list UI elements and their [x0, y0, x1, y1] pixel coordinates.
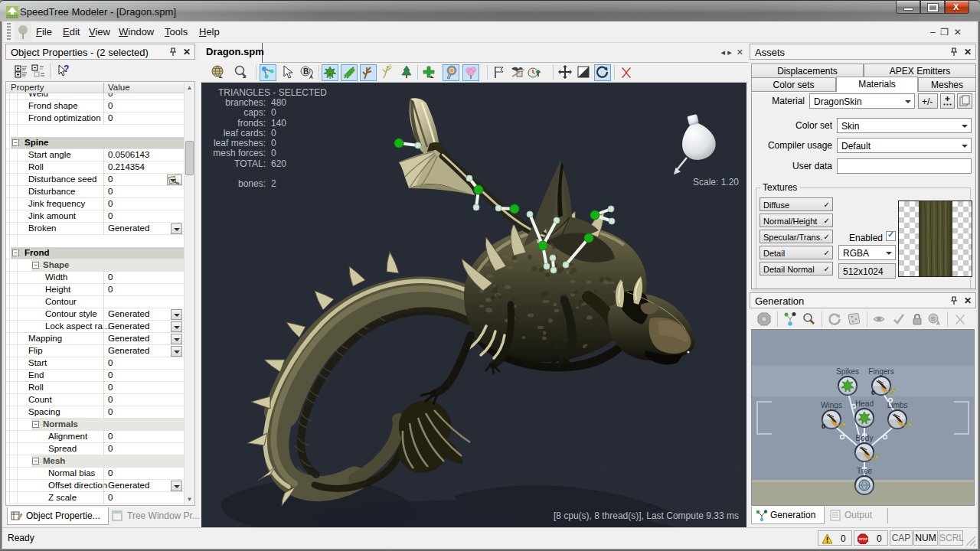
svg-text:A: A — [309, 74, 313, 80]
svg-text:bones:: bones: — [238, 178, 266, 189]
svg-text:0: 0 — [822, 422, 825, 430]
svg-text:Body: Body — [856, 434, 874, 442]
svg-text:mesh forces:: mesh forces: — [213, 148, 266, 158]
svg-text:2: 2 — [271, 178, 276, 189]
svg-text:0: 0 — [271, 128, 276, 139]
svg-text:leaf cards:: leaf cards: — [224, 128, 266, 139]
svg-text:B: B — [303, 67, 309, 76]
svg-text:branches:: branches: — [225, 97, 266, 108]
svg-text:STOP: STOP — [859, 537, 868, 541]
svg-text:TOTAL:: TOTAL: — [234, 158, 266, 169]
svg-text:0: 0 — [271, 138, 276, 148]
svg-text:Head: Head — [855, 399, 874, 408]
svg-text:0: 0 — [871, 389, 875, 396]
svg-text:B: B — [931, 315, 935, 322]
svg-text:0: 0 — [271, 107, 276, 118]
svg-text:leaf meshes:: leaf meshes: — [214, 138, 266, 148]
svg-text:Limbs: Limbs — [887, 401, 908, 409]
svg-text:480: 480 — [271, 97, 286, 108]
svg-text:A: A — [936, 321, 940, 326]
svg-text:Wings: Wings — [821, 401, 842, 409]
svg-text:Spikes: Spikes — [836, 367, 859, 376]
svg-text:140: 140 — [271, 118, 286, 129]
svg-text:0: 0 — [271, 148, 276, 158]
svg-text:Scale: 1.20: Scale: 1.20 — [693, 177, 739, 187]
svg-text:fronds:: fronds: — [237, 118, 266, 129]
svg-text:[8 cpu(s), 8 thread(s)], Last: [8 cpu(s), 8 thread(s)], Last Compute 9.… — [554, 510, 739, 521]
svg-text:Fingers: Fingers — [868, 367, 893, 376]
svg-text:TRIANGLES - SELECTED: TRIANGLES - SELECTED — [218, 87, 327, 98]
svg-text:?: ? — [64, 64, 69, 74]
svg-text:620: 620 — [271, 158, 286, 169]
svg-text:Tree: Tree — [857, 467, 873, 475]
svg-text:caps:: caps: — [243, 107, 266, 118]
